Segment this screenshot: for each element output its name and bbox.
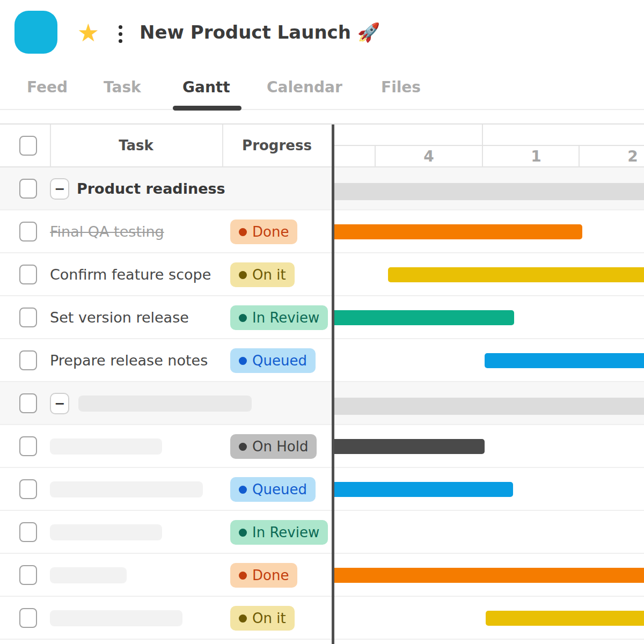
- status-label: In Review: [252, 310, 319, 326]
- task-row: Confirm feature scope On it: [0, 253, 644, 296]
- status-label: Done: [252, 567, 289, 583]
- status-badge[interactable]: Queued: [230, 348, 316, 373]
- status-badge[interactable]: In Review: [230, 305, 328, 330]
- gantt-summary-bar: [332, 183, 644, 200]
- gantt-week-header: 4 1 2: [332, 145, 644, 166]
- kebab-menu-icon[interactable]: [119, 25, 123, 41]
- group-title: Product readiness: [77, 167, 225, 209]
- gantt-row-pane: [332, 253, 644, 295]
- gantt-bar[interactable]: [333, 224, 582, 239]
- row-checkbox[interactable]: [19, 308, 37, 327]
- row-checkbox[interactable]: [19, 179, 37, 199]
- task-name: Prepare release notes: [50, 339, 208, 381]
- status-badge[interactable]: Done: [230, 563, 297, 588]
- gantt-bar[interactable]: [333, 482, 513, 497]
- status-dot-icon: [239, 614, 247, 623]
- tab-files[interactable]: Files: [381, 78, 421, 96]
- row-checkbox[interactable]: [19, 265, 37, 284]
- gantt-row-pane: [332, 425, 644, 467]
- gantt-row-pane: [332, 339, 644, 381]
- gantt-row-pane: [332, 597, 644, 639]
- status-badge[interactable]: Done: [230, 219, 297, 244]
- task-name-skeleton: [50, 438, 162, 455]
- active-tab-underline: [173, 106, 241, 111]
- collapse-group-button[interactable]: −: [50, 178, 69, 200]
- page-title: New Product Launch 🚀: [140, 21, 380, 43]
- status-label: Queued: [252, 353, 307, 369]
- row-checkbox[interactable]: [19, 350, 37, 370]
- row-checkbox[interactable]: [19, 222, 37, 241]
- status-label: On it: [252, 610, 286, 626]
- gantt-bar[interactable]: [486, 611, 644, 626]
- task-row: Prepare release notes Queued: [0, 339, 644, 382]
- row-checkbox[interactable]: [19, 436, 37, 456]
- gantt-page: ★ New Product Launch 🚀 Feed Task Gantt C…: [0, 0, 644, 644]
- group-row: − Product readiness: [0, 167, 644, 210]
- row-checkbox[interactable]: [19, 565, 37, 585]
- task-name: Final QA testing: [50, 210, 164, 252]
- select-all-checkbox[interactable]: [19, 136, 37, 156]
- task-row: Done: [0, 554, 644, 597]
- row-checkbox[interactable]: [19, 522, 37, 542]
- task-row: Set version release In Review: [0, 296, 644, 339]
- row-checkbox[interactable]: [19, 479, 37, 499]
- task-row: Queued: [0, 468, 644, 511]
- gantt-week-label: 2: [579, 146, 644, 166]
- task-name-skeleton: [50, 610, 182, 626]
- gantt-row-pane: [332, 554, 644, 596]
- row-checkbox[interactable]: [19, 393, 37, 413]
- task-row: In Review: [0, 511, 644, 554]
- task-name: Confirm feature scope: [50, 253, 211, 295]
- gantt-bar[interactable]: [388, 267, 644, 282]
- status-dot-icon: [239, 572, 247, 580]
- tab-gantt[interactable]: Gantt: [182, 78, 230, 96]
- task-row: On it: [0, 597, 644, 640]
- group-title-skeleton: [78, 396, 252, 412]
- status-badge[interactable]: In Review: [230, 520, 328, 545]
- task-name-skeleton: [50, 524, 162, 540]
- gantt-bar[interactable]: [333, 568, 644, 583]
- gantt-row-pane: [332, 296, 644, 338]
- status-badge[interactable]: On Hold: [230, 434, 317, 459]
- status-dot-icon: [239, 529, 247, 537]
- gantt-bar[interactable]: [333, 310, 514, 325]
- status-label: Done: [252, 224, 289, 240]
- status-badge[interactable]: Queued: [230, 477, 316, 502]
- column-header-task: Task: [50, 125, 222, 166]
- gantt-week-label: 1: [482, 146, 589, 166]
- task-row: Final QA testing Done: [0, 210, 644, 253]
- gantt-row-pane: [332, 210, 644, 252]
- gantt-row-pane: [332, 511, 644, 553]
- status-label: On Hold: [252, 438, 308, 455]
- star-icon[interactable]: ★: [77, 15, 99, 50]
- task-name-skeleton: [50, 567, 127, 583]
- task-row: On Hold: [0, 425, 644, 468]
- gantt-divider-line: [332, 125, 334, 644]
- tab-feed[interactable]: Feed: [27, 78, 68, 96]
- gantt-row-pane: [332, 167, 644, 209]
- status-dot-icon: [239, 357, 247, 365]
- column-header-progress: Progress: [222, 125, 332, 166]
- tab-calendar[interactable]: Calendar: [267, 78, 342, 96]
- collapse-group-button[interactable]: −: [50, 393, 69, 414]
- status-dot-icon: [239, 443, 247, 451]
- task-name: Set version release: [50, 296, 189, 338]
- gantt-bar[interactable]: [485, 353, 644, 368]
- gantt-bar[interactable]: [333, 439, 485, 454]
- status-label: Queued: [252, 481, 307, 497]
- row-checkbox[interactable]: [19, 608, 37, 628]
- gantt-month-divider: [482, 125, 483, 145]
- table-header-row: Task Progress 4 1 2: [0, 125, 644, 167]
- status-dot-icon: [239, 486, 247, 494]
- status-label: On it: [252, 267, 286, 283]
- tab-task[interactable]: Task: [104, 78, 141, 96]
- gantt-summary-bar: [332, 398, 644, 415]
- status-label: In Review: [252, 524, 319, 540]
- status-dot-icon: [239, 314, 247, 322]
- gantt-row-pane: [332, 382, 644, 424]
- group-row: −: [0, 382, 644, 425]
- status-badge[interactable]: On it: [230, 262, 295, 287]
- tabbar-divider: [0, 109, 644, 110]
- status-dot-icon: [239, 271, 247, 279]
- status-badge[interactable]: On it: [230, 606, 295, 631]
